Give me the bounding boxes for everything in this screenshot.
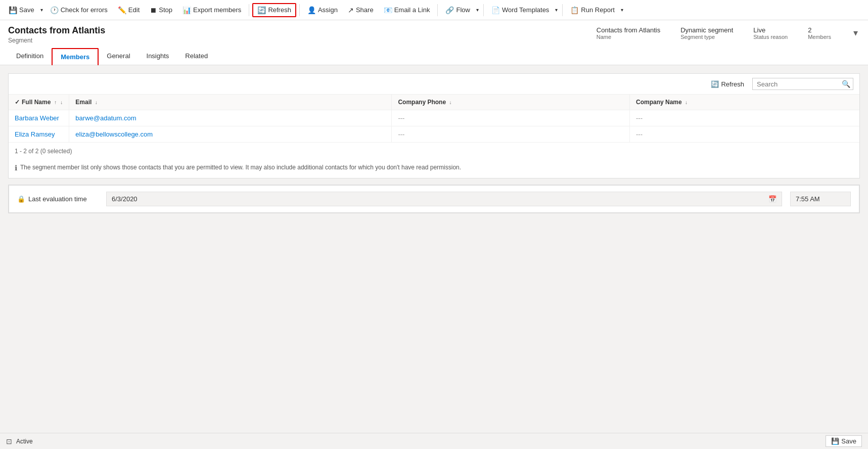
run-report-arrow[interactable]: ▾: [619, 5, 625, 15]
email-link-button[interactable]: 📧 Email a Link: [379, 4, 435, 17]
save-button[interactable]: 💾 Save: [4, 4, 39, 17]
tab-general[interactable]: General: [99, 48, 138, 65]
summary-expand-button[interactable]: ▾: [851, 25, 860, 40]
col-email[interactable]: Email ↓: [69, 95, 392, 110]
summary-status-label: Status reason: [753, 34, 788, 40]
assign-button[interactable]: 👤 Assign: [303, 4, 342, 17]
eval-label-text: Last evaluation time: [28, 195, 87, 203]
share-icon: ↗: [348, 6, 354, 14]
save-icon: 💾: [9, 6, 17, 14]
save-arrow[interactable]: ▾: [39, 5, 44, 15]
flow-label: Flow: [456, 6, 470, 14]
company-name-sort-icon: ↓: [685, 100, 688, 105]
row-email-cell: eliza@bellowscollege.com: [69, 126, 392, 143]
status-save-button[interactable]: 💾 Save: [826, 435, 862, 447]
checkbox-icon: ✓: [15, 99, 20, 106]
save-label: Save: [19, 6, 34, 14]
col-check[interactable]: ✓ Full Name ↑ ↓: [9, 95, 69, 110]
row-company-cell: ---: [630, 126, 860, 143]
contact-link[interactable]: Barbara Weber: [15, 114, 59, 122]
run-report-button[interactable]: 📋 Run Report: [566, 4, 619, 17]
content-area: Contacts from Atlantis Segment Contacts …: [0, 20, 868, 433]
email-link-icon: 📧: [384, 6, 392, 14]
separator-4: [483, 4, 484, 16]
info-icon: ℹ: [15, 164, 17, 172]
table-body: Barbara Weber barwe@adatum.com --- --- E…: [9, 110, 859, 143]
status-bar: ⊡ Active 💾 Save: [0, 433, 868, 449]
summary-segment-type-value: Dynamic segment: [680, 26, 733, 34]
export-members-button[interactable]: 📊 Export members: [178, 4, 246, 17]
tab-insights[interactable]: Insights: [139, 48, 177, 65]
run-report-icon: 📋: [570, 6, 579, 14]
col-company-phone[interactable]: Company Phone ↓: [392, 95, 630, 110]
edit-icon: ✏️: [118, 6, 126, 14]
table-refresh-label: Refresh: [721, 80, 744, 88]
status-save-label: Save: [841, 437, 856, 445]
eval-lock-icon: 🔒: [17, 195, 25, 203]
row-email-cell: barwe@adatum.com: [69, 110, 392, 126]
stop-label: Stop: [159, 6, 172, 14]
tab-related[interactable]: Related: [177, 48, 216, 65]
table-toolbar: 🔄 Refresh 🔍: [9, 74, 859, 95]
row-full-name-cell: Barbara Weber: [9, 110, 69, 126]
tabs: Definition Members General Insights Rela…: [8, 48, 860, 65]
run-report-label: Run Report: [581, 6, 614, 14]
save-button-group[interactable]: 💾 Save ▾: [4, 4, 44, 17]
table-refresh-button[interactable]: 🔄 Refresh: [707, 78, 748, 90]
email-sort-icon: ↓: [95, 100, 98, 105]
flow-button-group[interactable]: 🔗 Flow ▾: [441, 4, 480, 17]
toolbar: 💾 Save ▾ 🕐 Check for errors ✏️ Edit ⏹ St…: [0, 0, 868, 20]
page-subtitle: Segment: [8, 37, 105, 44]
table-row: Eliza Ramsey eliza@bellowscollege.com --…: [9, 126, 859, 143]
check-errors-button[interactable]: 🕐 Check for errors: [45, 4, 112, 17]
refresh-button[interactable]: 🔄 Refresh: [252, 3, 296, 17]
export-icon: 📊: [182, 6, 191, 14]
col-full-name-label[interactable]: Full Name: [22, 99, 51, 106]
evaluation-panel: 🔒 Last evaluation time 6/3/2020 📅 7:55 A…: [8, 185, 860, 213]
search-input[interactable]: [757, 80, 842, 88]
separator-1: [249, 4, 249, 16]
email-link[interactable]: eliza@bellowscollege.com: [75, 130, 153, 138]
row-phone-cell: ---: [392, 110, 630, 126]
page-header-top: Contacts from Atlantis Segment Contacts …: [8, 25, 860, 44]
page-header: Contacts from Atlantis Segment Contacts …: [0, 20, 868, 65]
check-errors-icon: 🕐: [50, 6, 59, 14]
col-company-name-label: Company Name: [636, 99, 682, 106]
summary-members-label: Members: [808, 34, 831, 40]
search-box[interactable]: 🔍: [752, 78, 853, 90]
table-row: Barbara Weber barwe@adatum.com --- ---: [9, 110, 859, 126]
share-button[interactable]: ↗ Share: [343, 4, 378, 17]
share-label: Share: [356, 6, 374, 14]
word-templates-button[interactable]: 📄 Word Templates: [487, 4, 554, 17]
col-company-phone-label: Company Phone: [398, 99, 446, 106]
tab-members[interactable]: Members: [52, 48, 99, 65]
edit-label: Edit: [128, 6, 140, 14]
stop-button[interactable]: ⏹ Stop: [145, 4, 177, 17]
members-panel: 🔄 Refresh 🔍 ✓ Full Name: [8, 73, 860, 178]
run-report-button-group[interactable]: 📋 Run Report ▾: [566, 4, 624, 17]
edit-button[interactable]: ✏️ Edit: [113, 4, 144, 17]
flow-button[interactable]: 🔗 Flow: [441, 4, 474, 17]
tab-definition[interactable]: Definition: [8, 48, 52, 65]
sort-asc-icon: ↑: [54, 100, 57, 105]
contact-link[interactable]: Eliza Ramsey: [15, 130, 55, 138]
eval-date-field: 6/3/2020 📅: [106, 192, 782, 206]
separator-3: [437, 4, 438, 16]
stop-icon: ⏹: [150, 6, 157, 14]
summary-members: 2 Members: [808, 26, 831, 40]
table-header: ✓ Full Name ↑ ↓ Email ↓ Company Phone: [9, 95, 859, 110]
calendar-icon: 📅: [768, 195, 776, 203]
row-company-cell: ---: [630, 110, 860, 126]
status-right[interactable]: 💾 Save: [826, 435, 862, 447]
info-note: ℹ The segment member list only shows tho…: [9, 160, 859, 178]
flow-arrow[interactable]: ▾: [475, 5, 480, 15]
summary-bar: Contacts from Atlantis Name Dynamic segm…: [597, 25, 860, 40]
flow-icon: 🔗: [445, 6, 454, 14]
email-link[interactable]: barwe@adatum.com: [75, 114, 136, 122]
word-templates-arrow[interactable]: ▾: [554, 5, 559, 15]
assign-icon: 👤: [307, 6, 316, 14]
word-templates-button-group[interactable]: 📄 Word Templates ▾: [487, 4, 559, 17]
separator-2: [299, 4, 300, 16]
col-company-name[interactable]: Company Name ↓: [630, 95, 860, 110]
summary-name: Contacts from Atlantis Name: [597, 26, 660, 40]
